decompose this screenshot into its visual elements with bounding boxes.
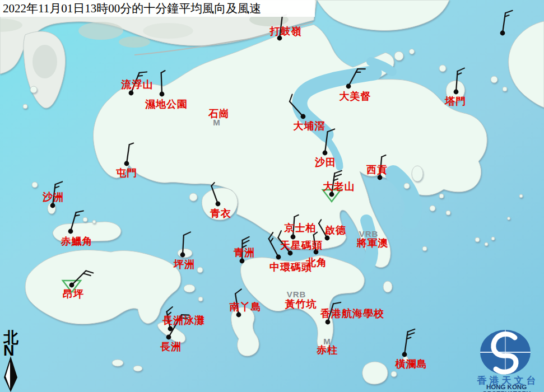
station-label-lamma-island: 南丫島 bbox=[230, 300, 262, 314]
station-dot-tsing-yi bbox=[216, 202, 221, 207]
map-title: 2022年11月01日13時00分的十分鐘平均風向及風速 bbox=[0, 0, 315, 17]
station-label-sha-tin: 沙田 bbox=[315, 156, 336, 169]
station-dot-waglan-island bbox=[402, 352, 407, 357]
station-dot-northeast-unlabeled bbox=[500, 31, 505, 36]
station-label-sai-kung: 西貢 bbox=[366, 163, 388, 176]
station-dot-chek-lap-kok bbox=[68, 229, 73, 234]
station-label-peng-chau: 坪洲 bbox=[174, 258, 195, 271]
land-po-toi bbox=[362, 362, 388, 384]
station-label-cheung-chau-beach: 長洲泳灘 bbox=[162, 314, 205, 327]
compass: 北 N bbox=[1, 328, 24, 392]
station-label-sha-chau: 沙洲 bbox=[43, 190, 64, 204]
station-label-star-ferry: 天星碼頭 bbox=[280, 239, 323, 252]
island-ne-1 bbox=[491, 76, 497, 83]
land-lantau bbox=[25, 250, 181, 324]
station-dot-tuen-mun bbox=[124, 161, 129, 166]
station-label-sea-school: 香港航海學校 bbox=[320, 307, 384, 320]
station-note-stanley: M bbox=[323, 337, 331, 346]
hong-kong-map bbox=[0, 0, 544, 392]
station-dot-sha-tin bbox=[323, 151, 328, 156]
station-label-tai-mei-tuk: 大美督 bbox=[340, 90, 371, 103]
hko-logo: 香港天文台 HONG KONG OBSERVATORY bbox=[469, 327, 543, 391]
station-dot-tai-mei-tuk bbox=[346, 84, 351, 89]
station-label-waglan-island: 橫瀾島 bbox=[396, 357, 427, 371]
station-note-tseung-kwan-o: VRB bbox=[359, 229, 379, 239]
station-dot-peng-chau bbox=[180, 253, 185, 258]
station-note-shek-kong: M bbox=[213, 118, 221, 127]
station-label-lau-fau-shan: 流浮山 bbox=[122, 78, 154, 91]
station-label-tai-po-kau: 大埔滘 bbox=[294, 119, 326, 133]
station-label-ta-kwu-ling: 打鼓嶺 bbox=[270, 25, 302, 38]
station-dot-tai-po-kau bbox=[301, 114, 306, 119]
station-label-central-pier: 中環碼頭 bbox=[269, 260, 312, 274]
station-note-wong-chuk-hang: VRB bbox=[287, 290, 306, 299]
station-label-ngong-ping: 昂坪 bbox=[63, 287, 84, 301]
station-label-tap-mun: 塔門 bbox=[445, 95, 466, 108]
hko-logo-english: HONG KONG OBSERVATORY bbox=[467, 384, 544, 392]
station-label-wetland-park: 濕地公園 bbox=[145, 97, 188, 111]
station-label-chek-lap-kok: 赤鱲角 bbox=[61, 235, 93, 248]
station-label-cheung-chau: 長洲 bbox=[160, 340, 182, 353]
station-label-tuen-mun: 屯門 bbox=[116, 166, 137, 180]
station-dot-wetland-park bbox=[160, 92, 165, 97]
compass-north-letter: N bbox=[3, 342, 15, 360]
station-dot-central-pier bbox=[276, 255, 281, 260]
island-ne-2 bbox=[503, 87, 507, 91]
station-dot-tap-mun bbox=[454, 90, 459, 95]
station-label-tsing-yi: 青衣 bbox=[210, 207, 231, 220]
station-label-green-island: 青洲 bbox=[234, 246, 255, 259]
wind-map-page: 打鼓嶺流浮山濕地公園石崗M大美督塔門大埔滘沙田屯門西貢沙洲大老山青衣赤鱲角京士柏… bbox=[0, 0, 544, 392]
station-label-wong-chuk-hang: 黃竹坑 bbox=[285, 297, 317, 311]
station-label-tseung-kwan-o: 將軍澳 bbox=[357, 236, 389, 250]
island-po-toi-2 bbox=[391, 371, 397, 377]
station-dot-cheung-chau bbox=[166, 335, 171, 340]
station-label-kai-tak: 啟德 bbox=[325, 223, 346, 237]
station-label-tates-cairn: 大老山 bbox=[323, 180, 355, 193]
station-label-kings-park: 京士柏 bbox=[285, 221, 317, 235]
